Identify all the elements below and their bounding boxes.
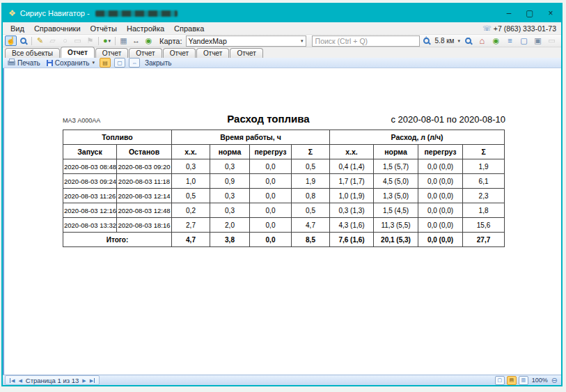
menu-vid[interactable]: Вид bbox=[6, 24, 29, 33]
hand-tool-button[interactable]: ☝ bbox=[5, 36, 17, 46]
object-list-button[interactable]: ≡ bbox=[504, 36, 516, 46]
tab-all-objects[interactable]: Все объекты bbox=[5, 48, 60, 58]
group-work-time: Время работы, ч bbox=[172, 130, 330, 145]
edit-note-button[interactable]: ▣ bbox=[532, 36, 544, 46]
col-norm-time: норма bbox=[210, 145, 250, 159]
save-button[interactable]: Сохранить ▾ bbox=[45, 59, 96, 67]
fuel-report-table: Топливо Время работы, ч Расход, л (л/ч) … bbox=[63, 130, 505, 247]
desktop: ❖ Сириус Навигатор - – ▢ × Вид Справочни… bbox=[0, 0, 566, 392]
ruler-icon: ▦ bbox=[120, 37, 127, 45]
report-header: МАЗ A000AA Расход топлива с 2020-08-01 п… bbox=[63, 113, 505, 125]
globe-button[interactable]: ◉ bbox=[490, 36, 502, 46]
report-period: с 2020-08-01 по 2020-08-10 bbox=[370, 114, 505, 125]
redacted-company-name bbox=[95, 10, 178, 17]
chevron-down-icon: ▾ bbox=[301, 38, 304, 44]
save-button-label: Сохранить bbox=[55, 59, 90, 67]
route-button[interactable]: ↔ bbox=[130, 36, 142, 46]
col-idle-time: х.х. bbox=[172, 145, 210, 159]
menu-spravochniki[interactable]: Справочники bbox=[29, 24, 86, 33]
tab-report-5[interactable]: Отчет bbox=[196, 48, 229, 58]
window-title: Сириус Навигатор - bbox=[20, 9, 90, 17]
group-fuel: Топливо bbox=[63, 130, 172, 145]
tab-report-1[interactable]: Отчет bbox=[61, 47, 95, 58]
image-icon: ▭ bbox=[548, 37, 555, 45]
rectangle-tool-button[interactable]: ▭ bbox=[72, 36, 84, 46]
tab-report-2[interactable]: Отчет bbox=[95, 48, 128, 58]
view-actual-size-button[interactable]: ▤ bbox=[100, 58, 111, 68]
status-view-fit-button[interactable]: ▥ bbox=[519, 376, 528, 385]
layers-dropdown-button[interactable]: ● ▾ bbox=[101, 36, 113, 46]
image-button[interactable]: ▭ bbox=[546, 36, 558, 46]
headset-icon: ☏ bbox=[482, 24, 492, 32]
ruler-button[interactable]: ▦ bbox=[118, 36, 129, 46]
floppy-icon bbox=[47, 60, 53, 66]
next-page-button[interactable]: ▶ bbox=[82, 378, 86, 383]
search-input[interactable] bbox=[312, 36, 420, 47]
home-button[interactable]: ⌂ bbox=[476, 36, 488, 46]
support-phone-number: +7 (863) 333-01-73 bbox=[494, 24, 556, 33]
view-fit-width-button[interactable]: ⇔ bbox=[129, 58, 140, 68]
route-icon: ↔ bbox=[132, 37, 140, 45]
vehicle-name: МАЗ A000AA bbox=[63, 117, 167, 124]
toolbar-right-group: + 5.8 км ▾ − ⌂ ◉ ≡ ▢ bbox=[420, 36, 559, 46]
page-indicator: Страница 1 из 13 bbox=[26, 377, 79, 384]
table-column-header-row: Запуск Останов х.х. норма перегруз Σ х.х… bbox=[63, 145, 505, 159]
chevron-down-icon: ▾ bbox=[92, 60, 95, 65]
toolbar-separator bbox=[115, 37, 116, 45]
toolbar-separator bbox=[98, 37, 99, 45]
view-whole-page-button[interactable]: ▢ bbox=[114, 58, 125, 68]
status-view-page-button[interactable]: ▤ bbox=[507, 376, 517, 385]
globe-icon: ◉ bbox=[493, 37, 500, 45]
map-edit-button[interactable]: ✎ bbox=[34, 36, 46, 46]
pencil-icon: ✎ bbox=[37, 37, 43, 45]
print-button-label: Печать bbox=[17, 59, 40, 67]
zoom-tool-button[interactable] bbox=[17, 36, 29, 46]
zoom-out-button[interactable]: − bbox=[462, 36, 474, 46]
globe-go-button[interactable]: ◉ bbox=[143, 36, 155, 46]
zoom-out-icon: − bbox=[465, 38, 471, 44]
col-norm-fuel: норма bbox=[374, 145, 418, 159]
report-toolbar: Печать Сохранить ▾ ▤ ▢ ⇔ Закрыть bbox=[3, 58, 561, 68]
col-overload-fuel: перегруз bbox=[418, 145, 463, 159]
hand-icon: ☝ bbox=[6, 37, 16, 45]
menu-otchety[interactable]: Отчёты bbox=[86, 24, 122, 33]
maximize-button[interactable]: ▢ bbox=[519, 4, 540, 22]
close-report-button[interactable]: Закрыть bbox=[143, 59, 173, 67]
list-icon: ≡ bbox=[508, 37, 512, 45]
zoom-out-circle-button[interactable]: ⊖ bbox=[551, 377, 558, 384]
zoom-in-button[interactable]: + bbox=[420, 36, 432, 46]
close-report-label: Закрыть bbox=[145, 59, 172, 67]
status-bar: ◀ ◀ Страница 1 из 13 ▶ ▶ ▢ ▤ ▥ 100% ⊖ bbox=[3, 375, 561, 385]
tab-report-6[interactable]: Отчет bbox=[230, 48, 262, 58]
col-stop: Останов bbox=[117, 145, 172, 159]
tab-report-3[interactable]: Отчет bbox=[129, 48, 162, 58]
table-row: 2020-08-03 11:262020-08-03 12:140,50,30,… bbox=[63, 189, 505, 203]
status-view-actual-button[interactable]: ▢ bbox=[495, 376, 505, 385]
map-select-combobox[interactable]: YandexMap ▾ bbox=[186, 36, 306, 47]
menu-spravka[interactable]: Справка bbox=[169, 24, 209, 33]
prev-page-button[interactable]: ◀ bbox=[18, 378, 22, 383]
polygon-tool-button[interactable]: ▱ bbox=[47, 36, 58, 46]
last-page-button[interactable]: ▶ bbox=[90, 378, 95, 383]
status-zoom-group: ▢ ▤ ▥ 100% ⊖ bbox=[495, 376, 559, 385]
note-icon: ▣ bbox=[534, 37, 541, 45]
menu-bar: Вид Справочники Отчёты Настройка Справка… bbox=[3, 22, 561, 35]
main-toolbar: ☝ ✎ ▱ ○ ▭ ⚑ ● ▾ bbox=[3, 35, 561, 47]
first-page-button[interactable]: ◀ bbox=[10, 378, 15, 383]
circle-tool-button[interactable]: ○ bbox=[59, 36, 71, 46]
chevron-down-icon: ▾ bbox=[109, 38, 111, 43]
app-icon: ❖ bbox=[8, 9, 16, 17]
selection-rect-icon: ▢ bbox=[520, 37, 527, 45]
flag-tool-button[interactable]: ⚑ bbox=[84, 36, 96, 46]
minimize-button[interactable]: – bbox=[498, 4, 519, 22]
print-button[interactable]: Печать bbox=[6, 59, 42, 67]
globe-arrow-icon: ◉ bbox=[146, 37, 152, 45]
select-area-button[interactable]: ▢ bbox=[518, 36, 530, 46]
menu-nastroika[interactable]: Настройка bbox=[122, 24, 169, 33]
home-icon: ⌂ bbox=[480, 36, 485, 45]
table-row: 2020-08-03 12:162020-08-03 12:480,20,30,… bbox=[63, 203, 505, 218]
window-controls: – ▢ × bbox=[498, 4, 561, 22]
tab-report-4[interactable]: Отчет bbox=[163, 48, 196, 58]
totals-label: Итого: bbox=[63, 233, 172, 247]
close-button[interactable]: × bbox=[540, 4, 561, 22]
